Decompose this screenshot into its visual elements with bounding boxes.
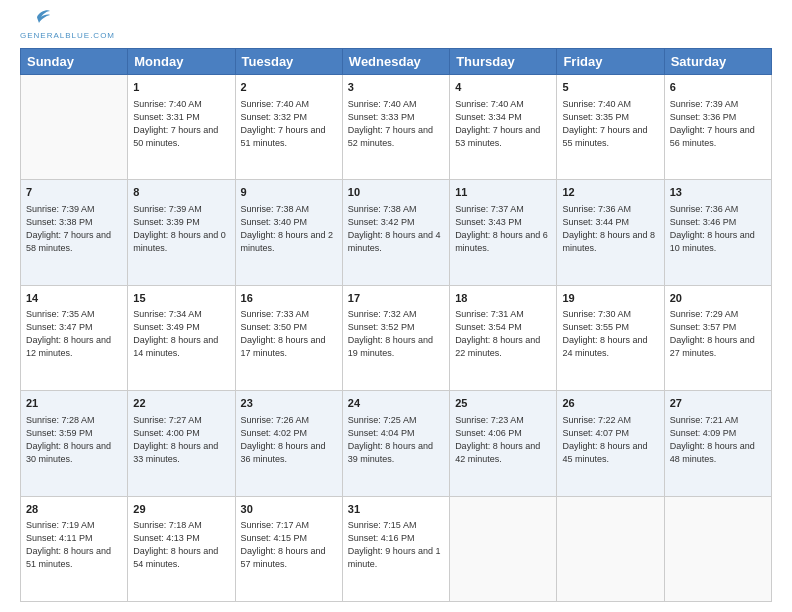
day-number: 26: [562, 395, 658, 412]
header-day-sunday: Sunday: [21, 49, 128, 75]
day-info: Sunrise: 7:36 AMSunset: 3:44 PMDaylight:…: [562, 203, 658, 255]
sunset-text: Sunset: 3:34 PM: [455, 111, 551, 124]
calendar-cell: 5Sunrise: 7:40 AMSunset: 3:35 PMDaylight…: [557, 75, 664, 180]
sunset-text: Sunset: 3:38 PM: [26, 216, 122, 229]
calendar-cell: 18Sunrise: 7:31 AMSunset: 3:54 PMDayligh…: [450, 285, 557, 390]
day-number: 1: [133, 79, 229, 96]
sunrise-text: Sunrise: 7:36 AM: [670, 203, 766, 216]
sunset-text: Sunset: 3:57 PM: [670, 321, 766, 334]
day-info: Sunrise: 7:38 AMSunset: 3:40 PMDaylight:…: [241, 203, 337, 255]
daylight-text: Daylight: 7 hours and 58 minutes.: [26, 229, 122, 255]
day-number: 12: [562, 184, 658, 201]
calendar-cell: 14Sunrise: 7:35 AMSunset: 3:47 PMDayligh…: [21, 285, 128, 390]
sunrise-text: Sunrise: 7:25 AM: [348, 414, 444, 427]
calendar-cell: 28Sunrise: 7:19 AMSunset: 4:11 PMDayligh…: [21, 496, 128, 601]
sunset-text: Sunset: 3:49 PM: [133, 321, 229, 334]
sunrise-text: Sunrise: 7:18 AM: [133, 519, 229, 532]
day-info: Sunrise: 7:22 AMSunset: 4:07 PMDaylight:…: [562, 414, 658, 466]
calendar-cell: 1Sunrise: 7:40 AMSunset: 3:31 PMDaylight…: [128, 75, 235, 180]
calendar-cell: 11Sunrise: 7:37 AMSunset: 3:43 PMDayligh…: [450, 180, 557, 285]
day-number: 30: [241, 501, 337, 518]
day-info: Sunrise: 7:30 AMSunset: 3:55 PMDaylight:…: [562, 308, 658, 360]
daylight-text: Daylight: 8 hours and 6 minutes.: [455, 229, 551, 255]
sunset-text: Sunset: 4:16 PM: [348, 532, 444, 545]
sunset-text: Sunset: 3:35 PM: [562, 111, 658, 124]
sunrise-text: Sunrise: 7:39 AM: [133, 203, 229, 216]
sunrise-text: Sunrise: 7:39 AM: [26, 203, 122, 216]
day-number: 13: [670, 184, 766, 201]
daylight-text: Daylight: 8 hours and 48 minutes.: [670, 440, 766, 466]
day-info: Sunrise: 7:18 AMSunset: 4:13 PMDaylight:…: [133, 519, 229, 571]
day-number: 3: [348, 79, 444, 96]
sunrise-text: Sunrise: 7:39 AM: [670, 98, 766, 111]
sunset-text: Sunset: 4:06 PM: [455, 427, 551, 440]
sunset-text: Sunset: 3:31 PM: [133, 111, 229, 124]
sunrise-text: Sunrise: 7:27 AM: [133, 414, 229, 427]
day-info: Sunrise: 7:40 AMSunset: 3:35 PMDaylight:…: [562, 98, 658, 150]
daylight-text: Daylight: 8 hours and 17 minutes.: [241, 334, 337, 360]
sunset-text: Sunset: 4:00 PM: [133, 427, 229, 440]
calendar-cell: 27Sunrise: 7:21 AMSunset: 4:09 PMDayligh…: [664, 391, 771, 496]
day-number: 17: [348, 290, 444, 307]
day-info: Sunrise: 7:37 AMSunset: 3:43 PMDaylight:…: [455, 203, 551, 255]
day-number: 6: [670, 79, 766, 96]
sunrise-text: Sunrise: 7:19 AM: [26, 519, 122, 532]
day-info: Sunrise: 7:29 AMSunset: 3:57 PMDaylight:…: [670, 308, 766, 360]
day-info: Sunrise: 7:27 AMSunset: 4:00 PMDaylight:…: [133, 414, 229, 466]
day-number: 7: [26, 184, 122, 201]
sunrise-text: Sunrise: 7:29 AM: [670, 308, 766, 321]
calendar-cell: 31Sunrise: 7:15 AMSunset: 4:16 PMDayligh…: [342, 496, 449, 601]
sunset-text: Sunset: 3:33 PM: [348, 111, 444, 124]
header-day-thursday: Thursday: [450, 49, 557, 75]
day-info: Sunrise: 7:38 AMSunset: 3:42 PMDaylight:…: [348, 203, 444, 255]
calendar-cell: 29Sunrise: 7:18 AMSunset: 4:13 PMDayligh…: [128, 496, 235, 601]
daylight-text: Daylight: 7 hours and 51 minutes.: [241, 124, 337, 150]
day-number: 22: [133, 395, 229, 412]
day-info: Sunrise: 7:17 AMSunset: 4:15 PMDaylight:…: [241, 519, 337, 571]
header-day-monday: Monday: [128, 49, 235, 75]
page: GENERALBLUE.COM SundayMondayTuesdayWedne…: [0, 0, 792, 612]
day-number: 8: [133, 184, 229, 201]
sunset-text: Sunset: 3:55 PM: [562, 321, 658, 334]
day-number: 14: [26, 290, 122, 307]
day-number: 31: [348, 501, 444, 518]
header: GENERALBLUE.COM: [20, 15, 772, 40]
sunrise-text: Sunrise: 7:37 AM: [455, 203, 551, 216]
day-number: 23: [241, 395, 337, 412]
sunset-text: Sunset: 3:59 PM: [26, 427, 122, 440]
sunrise-text: Sunrise: 7:26 AM: [241, 414, 337, 427]
calendar-cell: 23Sunrise: 7:26 AMSunset: 4:02 PMDayligh…: [235, 391, 342, 496]
daylight-text: Daylight: 7 hours and 52 minutes.: [348, 124, 444, 150]
sunset-text: Sunset: 3:54 PM: [455, 321, 551, 334]
header-day-wednesday: Wednesday: [342, 49, 449, 75]
week-row-4: 21Sunrise: 7:28 AMSunset: 3:59 PMDayligh…: [21, 391, 772, 496]
daylight-text: Daylight: 8 hours and 8 minutes.: [562, 229, 658, 255]
header-day-friday: Friday: [557, 49, 664, 75]
sunrise-text: Sunrise: 7:40 AM: [455, 98, 551, 111]
day-info: Sunrise: 7:33 AMSunset: 3:50 PMDaylight:…: [241, 308, 337, 360]
sunrise-text: Sunrise: 7:31 AM: [455, 308, 551, 321]
daylight-text: Daylight: 9 hours and 1 minute.: [348, 545, 444, 571]
daylight-text: Daylight: 8 hours and 36 minutes.: [241, 440, 337, 466]
calendar-cell: 17Sunrise: 7:32 AMSunset: 3:52 PMDayligh…: [342, 285, 449, 390]
header-day-tuesday: Tuesday: [235, 49, 342, 75]
day-number: 21: [26, 395, 122, 412]
sunrise-text: Sunrise: 7:21 AM: [670, 414, 766, 427]
calendar-cell: 20Sunrise: 7:29 AMSunset: 3:57 PMDayligh…: [664, 285, 771, 390]
daylight-text: Daylight: 8 hours and 0 minutes.: [133, 229, 229, 255]
daylight-text: Daylight: 8 hours and 4 minutes.: [348, 229, 444, 255]
sunset-text: Sunset: 3:52 PM: [348, 321, 444, 334]
calendar-cell: 21Sunrise: 7:28 AMSunset: 3:59 PMDayligh…: [21, 391, 128, 496]
day-number: 24: [348, 395, 444, 412]
day-number: 11: [455, 184, 551, 201]
day-info: Sunrise: 7:15 AMSunset: 4:16 PMDaylight:…: [348, 519, 444, 571]
sunrise-text: Sunrise: 7:40 AM: [562, 98, 658, 111]
week-row-5: 28Sunrise: 7:19 AMSunset: 4:11 PMDayligh…: [21, 496, 772, 601]
day-info: Sunrise: 7:21 AMSunset: 4:09 PMDaylight:…: [670, 414, 766, 466]
sunrise-text: Sunrise: 7:40 AM: [133, 98, 229, 111]
calendar-cell: 10Sunrise: 7:38 AMSunset: 3:42 PMDayligh…: [342, 180, 449, 285]
day-info: Sunrise: 7:40 AMSunset: 3:34 PMDaylight:…: [455, 98, 551, 150]
calendar-cell: 4Sunrise: 7:40 AMSunset: 3:34 PMDaylight…: [450, 75, 557, 180]
sunset-text: Sunset: 3:43 PM: [455, 216, 551, 229]
daylight-text: Daylight: 8 hours and 39 minutes.: [348, 440, 444, 466]
